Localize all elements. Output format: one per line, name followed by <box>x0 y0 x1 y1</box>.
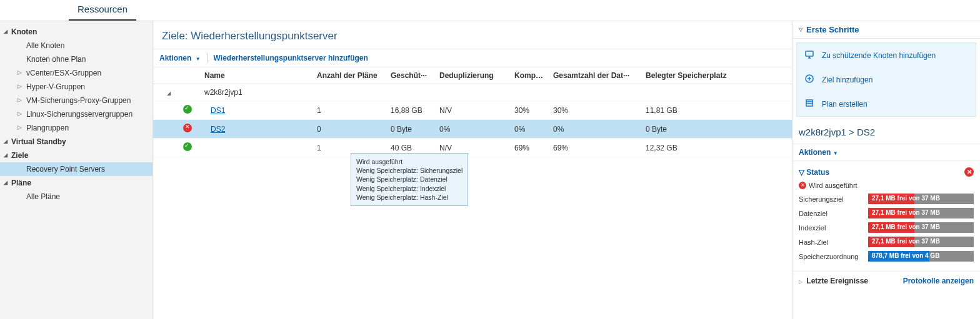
col-header-0[interactable]: Name <box>199 67 312 84</box>
chevron-right-icon: ▷ <box>799 279 802 285</box>
erste-schritte-header[interactable]: ▽ Erste Schritte <box>792 21 980 39</box>
sidebar-item-knoten-5[interactable]: Linux-Sicherungsservergruppen <box>0 107 152 121</box>
center-panel: Ziele: Wiederherstellungspunktserver Akt… <box>153 21 792 319</box>
sidebar-item-knoten-0[interactable]: Alle Knoten <box>0 39 152 52</box>
tab-ressourcen[interactable]: Ressourcen <box>69 0 136 21</box>
chevron-down-icon[interactable]: ◢ <box>158 91 171 96</box>
storage-bar-0: Sicherungsziel27,1 MB frei von 37 MB <box>792 192 980 206</box>
breadcrumb: w2k8r2jvp1 > DS2 <box>792 120 980 144</box>
chevron-down-icon: ▽ <box>799 168 804 177</box>
status-tooltip: Wird ausgeführtWenig Speicherplatz: Sich… <box>351 153 468 206</box>
sidebar: Knoten Alle KnotenKnoten ohne PlanvCente… <box>0 21 153 319</box>
sidebar-item-ziele-0[interactable]: Recovery Point Servers <box>0 162 152 176</box>
chevron-down-icon: ▼ <box>196 56 201 62</box>
quick-action-2[interactable]: Plan erstellen <box>797 92 976 116</box>
tree-virtualstandby[interactable]: Virtual Standby <box>0 135 152 149</box>
table-row[interactable]: DS1116,88 GBN/V30%30%11,81 GB <box>153 101 792 120</box>
table-row[interactable]: 140 GBN/V69%69%12,32 GB <box>153 139 792 157</box>
ds-link[interactable]: DS2 <box>211 125 225 134</box>
status-header[interactable]: ▽ Status ✕ <box>792 165 980 179</box>
storage-bar-3: Hash-Ziel27,1 MB frei von 37 MB <box>792 235 980 249</box>
quick-action-1[interactable]: Ziel hinzufügen <box>797 67 976 92</box>
sidebar-item-knoten-4[interactable]: VM-Sicherungs-Proxy-Gruppen <box>0 94 152 107</box>
storage-bar-2: Indexziel27,1 MB frei von 37 MB <box>792 220 980 235</box>
aktionen-menu[interactable]: Aktionen ▼ <box>159 54 201 62</box>
sidebar-item-knoten-6[interactable]: Plangruppen <box>0 121 152 135</box>
add-rps-link[interactable]: Wiederherstellungspunktserver hinzufügen <box>214 54 368 62</box>
chevron-down-icon: ▽ <box>799 27 802 32</box>
sidebar-item-knoten-1[interactable]: Knoten ohne Plan <box>0 52 152 66</box>
action-icon <box>804 98 814 110</box>
chevron-down-icon: ▼ <box>833 150 838 156</box>
col-header-6[interactable]: Belegter Speicherplatz <box>641 67 792 84</box>
table-row-parent[interactable]: ◢w2k8r2jvp1 <box>153 84 792 101</box>
sidebar-item-plaene-0[interactable]: Alle Pläne <box>0 190 152 204</box>
storage-bar-4: Speicherzuordnung878,7 MB frei von 4 GB <box>792 249 980 263</box>
page-title: Ziele: Wiederherstellungspunktserver <box>153 21 792 49</box>
right-panel: ▽ Erste Schritte Zu schützende Knoten hi… <box>792 21 980 319</box>
close-icon[interactable]: ✕ <box>964 167 974 177</box>
table-row[interactable]: DS200 Byte0%0%0%0 Byte <box>153 120 792 139</box>
col-header-5[interactable]: Gesamtzahl der Dat··· <box>548 67 641 84</box>
separator <box>207 53 208 63</box>
ds-link[interactable]: DS1 <box>211 106 225 115</box>
tree-knoten[interactable]: Knoten <box>0 25 152 39</box>
col-header-3[interactable]: Deduplizierung <box>434 67 509 84</box>
letzte-ereignisse-header[interactable]: ▷ Letzte Ereignisse <box>799 277 868 285</box>
status-ok-icon <box>183 142 192 151</box>
svg-rect-6 <box>806 100 812 106</box>
action-icon <box>804 74 814 86</box>
tree-ziele[interactable]: Ziele <box>0 149 152 162</box>
tree-plaene[interactable]: Pläne <box>0 176 152 190</box>
quick-action-0[interactable]: Zu schützende Knoten hinzufügen <box>797 43 976 67</box>
action-icon <box>804 49 814 61</box>
toolbar: Aktionen ▼ Wiederherstellungspunktserver… <box>153 49 792 67</box>
status-ok-icon <box>183 105 192 114</box>
sidebar-item-knoten-3[interactable]: Hyper-V-Gruppen <box>0 80 152 94</box>
targets-grid: NameAnzahl der PläneGeschüt···Deduplizie… <box>153 67 792 157</box>
right-aktionen-menu[interactable]: Aktionen ▼ <box>792 144 980 161</box>
storage-bar-1: Datenziel27,1 MB frei von 37 MB <box>792 206 980 220</box>
protokolle-link[interactable]: Protokolle anzeigen <box>903 277 974 285</box>
svg-rect-0 <box>806 51 813 56</box>
sidebar-item-knoten-2[interactable]: vCenter/ESX-Gruppen <box>0 66 152 80</box>
status-running: ✕ Wird ausgeführt <box>792 179 980 192</box>
col-header-4[interactable]: Kompr··· <box>509 67 548 84</box>
top-tabs: Ressourcen <box>0 0 980 21</box>
status-err-icon <box>183 124 192 132</box>
col-header-2[interactable]: Geschüt··· <box>386 67 434 84</box>
quick-actions: Zu schützende Knoten hinzufügenZiel hinz… <box>796 42 976 117</box>
col-header-1[interactable]: Anzahl der Pläne <box>312 67 386 84</box>
error-icon: ✕ <box>799 182 806 189</box>
